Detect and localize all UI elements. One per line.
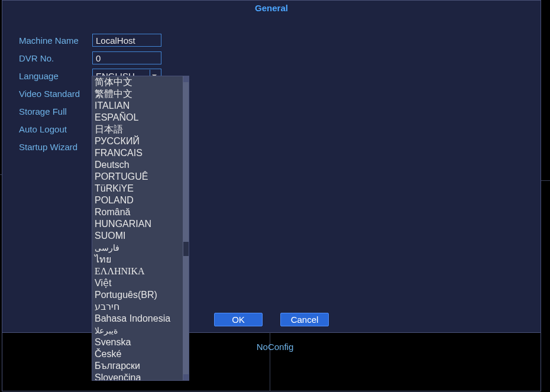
language-option[interactable]: ةيبرعلا xyxy=(92,325,183,336)
language-option[interactable]: ESPAÑOL xyxy=(92,112,183,124)
language-option[interactable]: Bahasa Indonesia xyxy=(92,313,183,325)
language-dropdown: 简体中文 繁體中文 ITALIAN ESPAÑOL 日本語 РУССКИЙ FR… xyxy=(92,76,189,381)
language-option[interactable]: Deutsch xyxy=(92,159,183,171)
ok-button[interactable]: OK xyxy=(214,313,263,326)
dvr-no-row: DVR No. xyxy=(19,51,541,65)
language-option[interactable]: FRANCAIS xyxy=(92,147,183,159)
language-label: Language xyxy=(19,71,92,81)
grid-line xyxy=(541,180,550,181)
noconfig-label: NoConfig xyxy=(257,342,294,352)
language-option[interactable]: ไทย xyxy=(92,254,183,265)
language-option[interactable]: فارسی xyxy=(92,242,183,254)
bottom-grid-panel xyxy=(2,332,541,391)
scrollbar-thumb[interactable] xyxy=(183,256,189,374)
grid-divider xyxy=(270,332,270,391)
dropdown-scrollbar[interactable] xyxy=(183,76,189,380)
video-standard-label: Video Standard xyxy=(19,89,92,99)
dvr-no-input[interactable] xyxy=(92,51,161,64)
language-option[interactable]: Português(BR) xyxy=(92,289,183,301)
language-option[interactable]: POLAND xyxy=(92,195,183,206)
language-option[interactable]: PORTUGUÊ xyxy=(92,171,183,183)
cancel-button[interactable]: Cancel xyxy=(280,313,329,326)
form-content: Machine Name DVR No. Language ENGLISH Vi… xyxy=(2,15,541,154)
dvr-no-label: DVR No. xyxy=(19,53,92,63)
language-dropdown-items: 简体中文 繁體中文 ITALIAN ESPAÑOL 日本語 РУССКИЙ FR… xyxy=(92,76,183,380)
language-option[interactable]: SUOMI xyxy=(92,230,183,242)
language-option[interactable]: Română xyxy=(92,206,183,218)
language-option[interactable]: Svenska xyxy=(92,336,183,348)
grid-line xyxy=(0,174,2,175)
auto-logout-label: Auto Logout xyxy=(19,124,92,134)
language-option[interactable]: 繁體中文 xyxy=(92,88,183,100)
language-option[interactable]: ITALIAN xyxy=(92,100,183,112)
language-option[interactable]: Slovenčina xyxy=(92,372,183,380)
machine-name-label: Machine Name xyxy=(19,35,92,46)
startup-wizard-label: Startup Wizard xyxy=(19,142,92,152)
language-option[interactable]: ΕΛΛΗΝΙΚΑ xyxy=(92,265,183,277)
language-option[interactable]: 日本語 xyxy=(92,124,183,135)
language-option[interactable]: České xyxy=(92,348,183,360)
language-option[interactable]: חירבע xyxy=(92,301,183,313)
language-option[interactable]: TüRKiYE xyxy=(92,183,183,195)
scrollbar-thumb[interactable] xyxy=(183,82,189,242)
dialog-buttons: OK Cancel xyxy=(2,313,541,326)
language-option[interactable]: Việt xyxy=(92,277,183,289)
language-option[interactable]: Български xyxy=(92,360,183,372)
general-settings-panel: General Machine Name DVR No. Language EN… xyxy=(2,0,541,333)
language-option[interactable]: HUNGARIAN xyxy=(92,218,183,230)
storage-full-label: Storage Full xyxy=(19,106,92,116)
language-option[interactable]: 简体中文 xyxy=(92,76,183,88)
panel-title: General xyxy=(2,1,541,15)
machine-name-row: Machine Name xyxy=(19,33,541,47)
machine-name-input[interactable] xyxy=(92,34,161,47)
language-option[interactable]: РУССКИЙ xyxy=(92,135,183,147)
